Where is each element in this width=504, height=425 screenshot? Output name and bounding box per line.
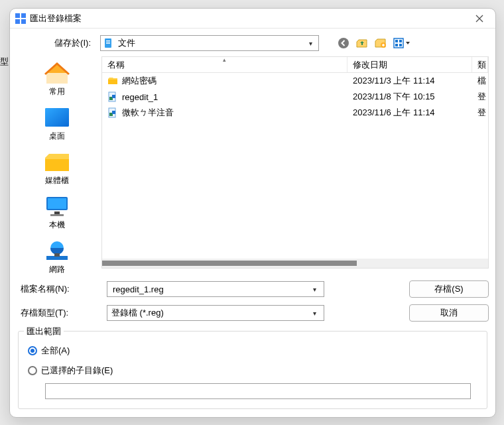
- reg-file-icon: [107, 91, 118, 102]
- sort-ascending-icon: ▴: [223, 56, 226, 63]
- file-name: 微軟ㄅ半注音: [122, 107, 174, 119]
- radio-selected-label: 已選擇的子目錄(E): [41, 365, 113, 377]
- file-type: 登: [472, 91, 488, 103]
- radio-all-label: 全部(A): [41, 345, 70, 357]
- export-range-legend: 匯出範圍: [24, 326, 64, 337]
- title-bar: 匯出登錄檔案: [10, 9, 495, 29]
- back-icon[interactable]: [338, 37, 349, 49]
- branch-path-input[interactable]: [45, 383, 471, 399]
- scrollbar-thumb[interactable]: [102, 261, 357, 266]
- sidebar-item-label: 媒體櫃: [45, 175, 69, 186]
- folder-icon: [107, 76, 118, 86]
- network-icon: [42, 239, 72, 263]
- file-row[interactable]: 網站密碼2023/11/3 上午 11:14檔: [102, 73, 488, 89]
- filetype-combo[interactable]: 登錄檔 (*.reg) ▾: [107, 305, 324, 321]
- file-row[interactable]: 微軟ㄅ半注音2023/11/6 上午 11:14登: [102, 105, 488, 121]
- file-row[interactable]: regedit_12023/11/8 下午 10:15登: [102, 89, 488, 105]
- svg-rect-7: [106, 43, 110, 44]
- svg-rect-32: [112, 111, 115, 114]
- svg-rect-11: [395, 40, 398, 42]
- file-date: 2023/11/8 下午 10:15: [347, 91, 472, 103]
- file-name: regedit_1: [122, 92, 158, 102]
- svg-point-8: [338, 38, 349, 48]
- sidebar-item-thispc[interactable]: 本機: [17, 192, 97, 233]
- file-list[interactable]: 名稱 ▴ 修改日期 類 網站密碼2023/11/3 上午 11:14檔reged…: [101, 56, 489, 269]
- this-pc-icon: [42, 194, 72, 218]
- dialog-title: 匯出登錄檔案: [30, 13, 468, 25]
- export-range-group: 匯出範圍 全部(A) 已選擇的子目錄(E): [18, 331, 487, 409]
- sidebar-item-recent[interactable]: 常用: [17, 59, 97, 99]
- radio-checked-icon: [28, 346, 37, 355]
- close-button[interactable]: [468, 11, 491, 27]
- column-name[interactable]: 名稱 ▴: [102, 57, 347, 72]
- radio-selected-branch[interactable]: 已選擇的子目錄(E): [27, 361, 479, 381]
- home-icon: [42, 61, 72, 85]
- sidebar-item-label: 常用: [49, 86, 65, 97]
- file-type: 登: [472, 107, 488, 119]
- svg-rect-17: [45, 108, 69, 127]
- file-date: 2023/11/6 上午 11:14: [347, 107, 472, 119]
- column-headers[interactable]: 名稱 ▴ 修改日期 類: [102, 57, 488, 73]
- libraries-icon: [42, 150, 72, 174]
- svg-rect-21: [54, 212, 60, 214]
- radio-unchecked-icon: [28, 366, 37, 375]
- svg-rect-22: [50, 214, 64, 216]
- svg-rect-3: [21, 19, 26, 24]
- file-type: 檔: [472, 75, 488, 87]
- file-date: 2023/11/3 上午 11:14: [347, 75, 472, 87]
- svg-rect-20: [48, 198, 66, 209]
- svg-rect-0: [15, 13, 20, 18]
- column-date[interactable]: 修改日期: [347, 57, 472, 72]
- horizontal-scrollbar[interactable]: [102, 259, 488, 268]
- filename-label: 檔案名稱(N):: [17, 283, 95, 295]
- desktop-icon: [42, 105, 72, 129]
- app-icon: [15, 13, 26, 24]
- reg-file-icon: [107, 107, 118, 118]
- svg-rect-2: [15, 19, 20, 24]
- file-name: 網站密碼: [122, 75, 157, 87]
- export-registry-dialog: 匯出登錄檔案 儲存於(I): 文件 ▾: [9, 8, 496, 418]
- filetype-label: 存檔類型(T):: [17, 307, 95, 319]
- bg-partial-text: 型: [0, 56, 9, 68]
- sidebar-item-label: 桌面: [49, 131, 65, 142]
- chevron-down-icon[interactable]: ▾: [309, 310, 320, 317]
- filetype-value: 登錄檔 (*.reg): [111, 307, 309, 319]
- svg-rect-14: [399, 44, 402, 46]
- svg-rect-1: [21, 13, 26, 18]
- radio-all[interactable]: 全部(A): [27, 341, 479, 361]
- places-sidebar: 常用 桌面 媒體櫃: [17, 56, 97, 269]
- new-folder-icon[interactable]: [375, 37, 387, 49]
- filename-input[interactable]: ▾: [107, 281, 324, 297]
- views-icon[interactable]: [393, 37, 410, 49]
- chevron-down-icon: ▾: [305, 40, 316, 47]
- save-button[interactable]: 存檔(S): [409, 280, 489, 298]
- svg-rect-26: [108, 80, 117, 84]
- up-one-level-icon[interactable]: [356, 37, 368, 49]
- svg-rect-5: [106, 40, 110, 41]
- save-in-value: 文件: [118, 37, 301, 49]
- filename-field[interactable]: [111, 284, 309, 295]
- svg-rect-13: [395, 44, 398, 46]
- svg-rect-15: [46, 73, 68, 84]
- svg-rect-12: [399, 40, 402, 42]
- svg-rect-25: [54, 253, 60, 257]
- sidebar-item-libraries[interactable]: 媒體櫃: [17, 148, 97, 188]
- svg-rect-29: [112, 95, 115, 98]
- save-in-label: 儲存於(I):: [17, 37, 95, 49]
- documents-folder-icon: [103, 38, 114, 48]
- sidebar-item-desktop[interactable]: 桌面: [17, 103, 97, 144]
- svg-rect-6: [106, 42, 110, 42]
- svg-rect-18: [45, 159, 69, 171]
- cancel-button[interactable]: 取消: [409, 304, 489, 322]
- chevron-down-icon[interactable]: ▾: [309, 286, 320, 293]
- save-in-combo[interactable]: 文件 ▾: [100, 35, 319, 51]
- sidebar-item-label: 本機: [49, 219, 65, 231]
- column-type[interactable]: 類: [472, 57, 488, 72]
